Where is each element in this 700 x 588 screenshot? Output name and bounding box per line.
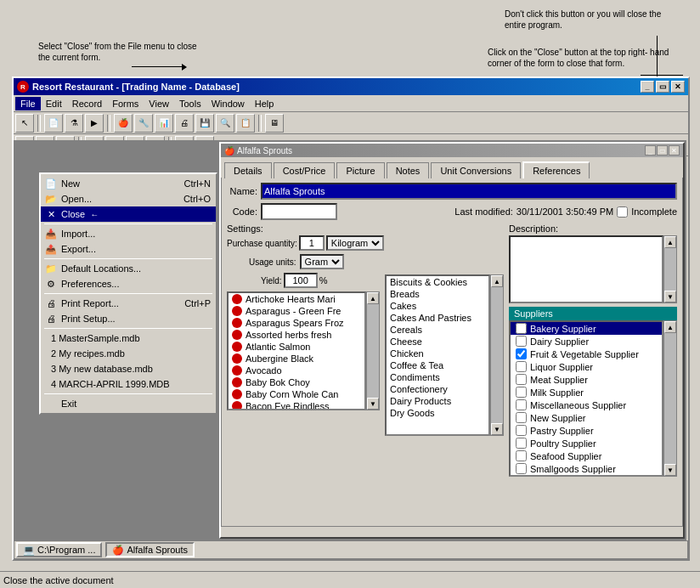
cat-item-7[interactable]: Chicken <box>387 348 488 359</box>
categories-scrollbar[interactable]: ▲ ▼ <box>490 274 504 436</box>
supplier-milk[interactable]: Milk Supplier <box>511 386 662 399</box>
supplier-dairy-checkbox[interactable] <box>516 336 527 347</box>
usage-unit-select[interactable]: Gram <box>300 254 344 269</box>
sup-scroll-up[interactable]: ▲ <box>664 321 676 333</box>
tb-11[interactable]: 🖥 <box>265 114 284 133</box>
menu-file[interactable]: File <box>15 97 41 110</box>
suppliers-scrollbar[interactable]: ▲ ▼ <box>663 320 677 477</box>
cat-item-2[interactable]: Breads <box>387 288 488 300</box>
code-input[interactable] <box>261 203 337 220</box>
menu-item-new[interactable]: 📄 New Ctrl+N <box>41 176 216 191</box>
tb-9[interactable]: 🔍 <box>216 114 234 133</box>
cat-item-12[interactable]: Dry Goods <box>387 407 488 419</box>
list-item[interactable]: Avocado <box>229 365 364 376</box>
supplier-bakery-checkbox[interactable] <box>516 323 527 334</box>
list-item[interactable]: Baby Bok Choy <box>229 376 364 388</box>
supplier-dairy[interactable]: Dairy Supplier <box>511 335 662 348</box>
incomplete-checkbox[interactable] <box>617 206 628 218</box>
ingredients-list[interactable]: Artichoke Hearts Mari Asparagus - Green … <box>227 291 366 410</box>
tb-8[interactable]: 💾 <box>195 114 214 133</box>
cat-item-10[interactable]: Confectionery <box>387 383 488 395</box>
list-item[interactable]: Asparagus - Green Fre <box>229 305 364 317</box>
supplier-bakery[interactable]: Bakery Supplier <box>511 322 662 335</box>
supplier-poultry-checkbox[interactable] <box>516 438 527 449</box>
desc-scrollbar[interactable]: ▲ ▼ <box>663 235 677 303</box>
supplier-misc[interactable]: Miscellaneous Supplier <box>511 399 662 411</box>
tab-details[interactable]: Details <box>224 162 272 178</box>
tb-3[interactable]: ▶ <box>85 114 104 133</box>
menu-window[interactable]: Window <box>206 97 250 110</box>
taskbar-program[interactable]: 💻 C:\Program ... <box>16 542 102 557</box>
restore-button[interactable]: ▭ <box>656 81 669 93</box>
list-item[interactable]: Assorted herbs fresh <box>229 329 364 341</box>
list-item[interactable]: Artichoke Hearts Mari <box>229 293 364 305</box>
menu-item-export[interactable]: 📤 Export... <box>41 241 216 257</box>
supplier-seafood[interactable]: Seafood Supplier <box>511 449 662 462</box>
tab-picture[interactable]: Picture <box>336 162 384 178</box>
tb-cursor[interactable]: ↖ <box>15 114 34 133</box>
cat-item-3[interactable]: Cakes <box>387 300 488 312</box>
purchase-qty-input[interactable] <box>299 235 325 251</box>
supplier-new-checkbox[interactable] <box>516 412 527 423</box>
supplier-meat[interactable]: Meat Supplier <box>511 373 662 386</box>
ingredients-scrollbar[interactable]: ▲ ▼ <box>366 291 380 410</box>
close-button-main[interactable]: ✕ <box>671 81 685 93</box>
menu-item-default-locations[interactable]: 📁 Default Locations... <box>41 261 216 276</box>
cat-item-11[interactable]: Dairy Products <box>387 395 488 407</box>
scroll-up[interactable]: ▲ <box>367 292 379 304</box>
supplier-liquor-checkbox[interactable] <box>516 361 527 372</box>
sup-scroll-down[interactable]: ▼ <box>664 464 676 476</box>
cat-item-9[interactable]: Condiments <box>387 371 488 383</box>
tb-7[interactable]: 🖨 <box>175 114 194 133</box>
purchase-unit-select[interactable]: Kilogram <box>326 235 384 251</box>
supplier-milk-checkbox[interactable] <box>516 387 527 398</box>
cat-scroll-down[interactable]: ▼ <box>491 423 503 435</box>
cat-item-1[interactable]: Biscuits & Cookies <box>387 276 488 288</box>
supplier-fruit-veg[interactable]: Fruit & Vegetable Supplier <box>511 348 662 360</box>
menu-item-close[interactable]: ✕ Close ← <box>41 206 216 222</box>
cat-item-5[interactable]: Cereals <box>387 324 488 336</box>
menu-help[interactable]: Help <box>250 97 279 110</box>
categories-list[interactable]: Biscuits & Cookies Breads Cakes Cakes An… <box>385 274 490 436</box>
supplier-misc-checkbox[interactable] <box>516 399 527 410</box>
tab-references[interactable]: References <box>522 161 590 178</box>
desc-scroll-down[interactable]: ▼ <box>664 291 676 302</box>
tab-unit-conversions[interactable]: Unit Conversions <box>431 162 521 178</box>
menu-forms[interactable]: Forms <box>107 97 144 110</box>
menu-item-preferences[interactable]: ⚙ Preferences... <box>41 276 216 291</box>
tab-notes[interactable]: Notes <box>387 162 430 178</box>
supplier-smallgoods-checkbox[interactable] <box>516 463 527 474</box>
list-item[interactable]: Baby Corn Whole Can <box>229 388 364 400</box>
tb-new[interactable]: 📄 <box>44 114 63 133</box>
supplier-poultry[interactable]: Poultry Supplier <box>511 437 662 449</box>
menu-record[interactable]: Record <box>67 97 107 110</box>
scroll-down[interactable]: ▼ <box>367 398 379 410</box>
cat-item-6[interactable]: Cheese <box>387 336 488 348</box>
name-input[interactable] <box>261 183 677 200</box>
cat-scroll-up[interactable]: ▲ <box>491 275 503 287</box>
tb-6[interactable]: 📊 <box>155 114 173 133</box>
list-item[interactable]: Asparagus Spears Froz <box>229 317 364 329</box>
mdi-restore-btn[interactable]: ▭ <box>657 145 668 155</box>
list-item[interactable]: Aubergine Black <box>229 353 364 365</box>
supplier-meat-checkbox[interactable] <box>516 374 527 385</box>
description-textarea[interactable] <box>509 235 663 303</box>
list-item[interactable]: Bacon Eye Rindless <box>229 400 364 410</box>
taskbar-alfalfa[interactable]: 🍎 Alfalfa Sprouts <box>105 542 195 557</box>
tab-cost-price[interactable]: Cost/Price <box>274 162 336 178</box>
tb-10[interactable]: 📋 <box>236 114 255 133</box>
tb-5[interactable]: 🔧 <box>134 114 153 133</box>
tb-apple[interactable]: 🍎 <box>114 114 133 133</box>
menu-item-open[interactable]: 📂 Open... Ctrl+O <box>41 191 216 206</box>
menu-item-recent-1[interactable]: 1 MasterSample.mdb <box>41 331 216 346</box>
menu-item-recent-3[interactable]: 3 My new database.mdb <box>41 361 216 376</box>
menu-view[interactable]: View <box>144 97 174 110</box>
supplier-pastry-checkbox[interactable] <box>516 425 527 436</box>
cat-item-8[interactable]: Coffee & Tea <box>387 359 488 371</box>
cat-item-4[interactable]: Cakes And Pastries <box>387 312 488 324</box>
menu-item-print-report[interactable]: 🖨 Print Report... Ctrl+P <box>41 296 216 311</box>
supplier-new[interactable]: New Supplier <box>511 411 662 424</box>
yield-input[interactable] <box>284 273 318 288</box>
menu-item-exit[interactable]: Exit <box>41 396 216 411</box>
menu-item-recent-4[interactable]: 4 MARCH-APRIL 1999.MDB <box>41 376 216 392</box>
